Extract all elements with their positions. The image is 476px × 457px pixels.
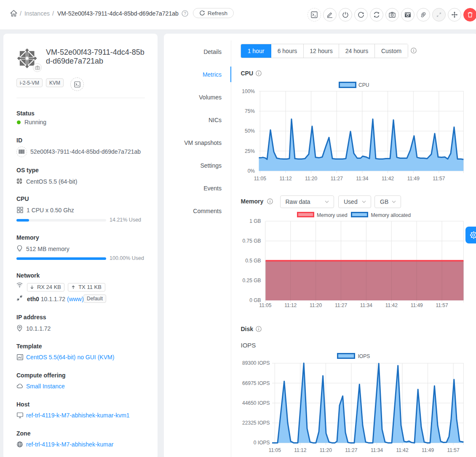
svg-text:11:12: 11:12 <box>279 176 291 182</box>
svg-text:44650 IOPS: 44650 IOPS <box>242 400 270 406</box>
svg-text:11:42: 11:42 <box>385 302 398 308</box>
svg-text:11:34: 11:34 <box>356 176 368 182</box>
svg-text:11:20: 11:20 <box>320 447 332 453</box>
svg-text:11:05: 11:05 <box>259 302 271 308</box>
svg-text:11:49: 11:49 <box>407 176 420 182</box>
svg-text:?: ? <box>184 11 186 16</box>
svg-text:75%: 75% <box>245 108 255 114</box>
svg-text:22325 IOPS: 22325 IOPS <box>242 420 270 426</box>
svg-text:11:27: 11:27 <box>335 302 347 308</box>
svg-text:11:12: 11:12 <box>294 447 306 453</box>
svg-text:0%: 0% <box>248 168 255 174</box>
svg-text:11:20: 11:20 <box>310 302 322 308</box>
svg-text:66975 IOPS: 66975 IOPS <box>242 380 270 386</box>
svg-text:11:42: 11:42 <box>396 447 408 453</box>
svg-text:0 IOPS: 0 IOPS <box>254 440 270 446</box>
svg-text:89300 IOPS: 89300 IOPS <box>242 360 270 366</box>
svg-text:11:05: 11:05 <box>254 176 266 182</box>
svg-text:11:27: 11:27 <box>331 176 343 182</box>
svg-text:0.25 GB: 0.25 GB <box>242 278 261 283</box>
svg-text:1 GB: 1 GB <box>249 218 261 224</box>
svg-text:50%: 50% <box>245 128 255 134</box>
svg-text:11:49: 11:49 <box>411 302 423 308</box>
svg-text:11:34: 11:34 <box>371 447 383 453</box>
svg-text:11:57: 11:57 <box>436 302 448 308</box>
svg-text:11:49: 11:49 <box>422 447 434 453</box>
svg-text:25%: 25% <box>245 148 255 154</box>
svg-text:11:20: 11:20 <box>305 176 317 182</box>
svg-text:0.75 GB: 0.75 GB <box>242 238 261 244</box>
svg-text:11:27: 11:27 <box>345 447 357 453</box>
svg-text:0.5 GB: 0.5 GB <box>245 258 261 264</box>
svg-text:11:57: 11:57 <box>433 176 445 182</box>
svg-text:11:05: 11:05 <box>269 447 281 453</box>
svg-text:11:57: 11:57 <box>447 447 460 453</box>
svg-text:11:42: 11:42 <box>382 176 394 182</box>
svg-text:11:12: 11:12 <box>284 302 297 308</box>
svg-text:100%: 100% <box>242 88 255 94</box>
svg-text:11:34: 11:34 <box>360 302 372 308</box>
